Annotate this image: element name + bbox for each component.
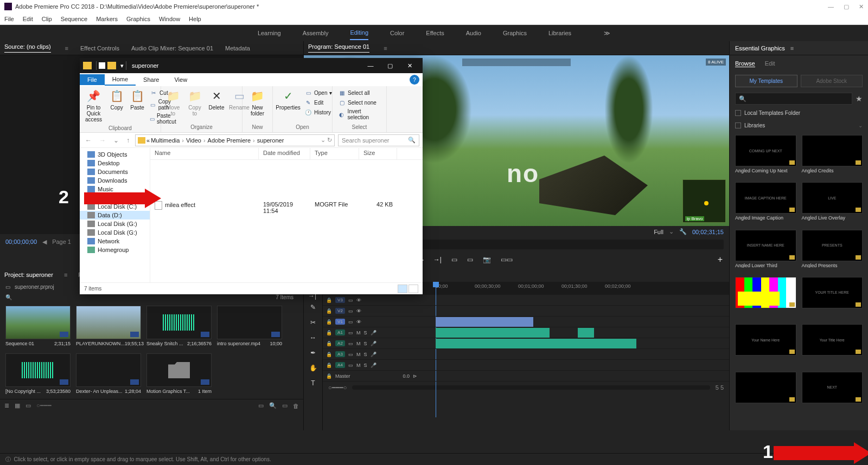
menu-file[interactable]: File — [4, 16, 14, 22]
bin-item[interactable]: [No Copyright ...3;53;23580 — [5, 353, 71, 396]
tab-effect-controls[interactable]: Effect Controls — [80, 45, 119, 51]
go-to-out-icon[interactable]: →| — [433, 256, 442, 263]
ws-libraries[interactable]: Libraries — [548, 27, 571, 40]
minimize-button[interactable]: — — [361, 58, 380, 73]
freeform-icon[interactable]: ▭ — [25, 402, 31, 409]
audio-clip[interactable] — [578, 328, 594, 338]
ws-color[interactable]: Color — [390, 27, 404, 40]
timeline-scrollbar[interactable] — [352, 385, 710, 390]
tab-audio-mixer[interactable]: Audio Clip Mixer: Sequence 01 — [131, 45, 213, 51]
ws-learning[interactable]: Learning — [258, 27, 281, 40]
video-clip[interactable] — [436, 317, 533, 327]
ribbon-home[interactable]: Home — [105, 74, 136, 86]
help-icon[interactable]: ? — [410, 75, 419, 85]
eg-search-input[interactable]: 🔍 — [735, 93, 852, 105]
ws-assembly[interactable]: Assembly — [303, 27, 329, 40]
close-button[interactable]: ✕ — [859, 3, 864, 10]
audio-clip[interactable] — [533, 328, 550, 338]
nav-item[interactable]: Desktop — [80, 159, 150, 167]
maximize-button[interactable]: ▢ — [844, 3, 849, 10]
menu-graphics[interactable]: Graphics — [126, 16, 150, 22]
template-item[interactable]: Angled Credits — [802, 135, 863, 179]
panel-menu-icon[interactable]: ≡ — [64, 272, 67, 278]
export-frame-icon[interactable]: 📷 — [483, 256, 491, 263]
eg-title[interactable]: Essential Graphics — [735, 45, 785, 51]
template-item[interactable]: COMING UP NEXTAngled Coming Up Next — [735, 135, 796, 179]
open-button[interactable]: ▭Open ▾ — [303, 88, 333, 97]
rename-button[interactable]: ▭Rename — [228, 87, 250, 112]
hand-icon[interactable]: ✋ — [308, 363, 318, 373]
properties-button[interactable]: ✓Properties — [275, 87, 301, 112]
trash-icon[interactable]: 🗑 — [293, 403, 299, 409]
wrench-icon[interactable]: 🔧 — [679, 228, 687, 235]
address-bar[interactable]: « Multimedia› Video› Adobe Premiere› sup… — [135, 134, 335, 146]
ws-overflow[interactable]: ≫ — [604, 30, 610, 37]
tab-project[interactable]: Project: superoner — [4, 272, 53, 278]
template-item[interactable]: IMAGE CAPTION HEREAngled Image Caption — [735, 182, 796, 226]
favorite-icon[interactable]: ★ — [856, 94, 863, 103]
nav-item[interactable]: Network — [80, 237, 150, 246]
ws-effects[interactable]: Effects — [426, 27, 444, 40]
ripple-edit-icon[interactable]: ✎ — [308, 302, 318, 312]
details-view-icon[interactable] — [398, 285, 407, 293]
template-item[interactable]: PRESENTSAngled Presents — [802, 230, 863, 274]
forward-button[interactable]: → — [97, 137, 108, 144]
back-button[interactable]: ← — [83, 137, 94, 144]
select-none-button[interactable]: ▢Select none — [337, 98, 384, 107]
menu-clip[interactable]: Clip — [42, 16, 52, 22]
pill-my-templates[interactable]: My Templates — [735, 75, 797, 87]
template-item[interactable]: INSERT NAME HEREAngled Lower Third — [735, 230, 796, 274]
menu-sequence[interactable]: Sequence — [61, 16, 88, 22]
panel-menu-icon[interactable]: ≡ — [65, 45, 68, 51]
nav-item[interactable]: Local Disk (G:) — [80, 219, 150, 228]
bin-item[interactable]: Sequence 012;31;15 — [5, 306, 71, 348]
tab-source[interactable]: Source: (no clips) — [4, 43, 51, 53]
close-button[interactable]: ✕ — [400, 58, 419, 73]
invert-selection-button[interactable]: ◐Invert selection — [337, 108, 384, 121]
extract-icon[interactable]: ▭ — [467, 256, 473, 263]
select-all-button[interactable]: ▦Select all — [337, 88, 384, 97]
menu-help[interactable]: Help — [189, 16, 201, 22]
nav-item[interactable]: Data (D:) — [80, 211, 150, 219]
filter-icon[interactable]: 🔍 — [5, 294, 12, 300]
list-view-icon[interactable]: ≣ — [4, 402, 9, 409]
comparison-icon[interactable]: ▭▭ — [501, 256, 513, 263]
pill-adobe-stock[interactable]: Adobe Stock — [801, 75, 863, 87]
bin-item[interactable]: PLAYERUNKNOWN...19;55;13 — [76, 306, 141, 348]
nav-item[interactable]: 3D Objects — [80, 150, 150, 159]
find-icon[interactable]: 🔍 — [269, 402, 277, 409]
paste-button[interactable]: 📋Paste — [128, 87, 146, 112]
ribbon-file[interactable]: File — [80, 74, 105, 85]
history-button[interactable]: 🕐History — [303, 108, 333, 117]
pin-quick-access[interactable]: 📌Pin to Quick access — [82, 87, 105, 124]
new-bin-icon[interactable]: ▭ — [258, 402, 264, 409]
bin-item[interactable]: Dexter- An Unpleas...1;28;04 — [76, 353, 141, 396]
bin-item[interactable]: Sneaky Snitch ...2;16;36576 — [146, 306, 212, 348]
eg-edit[interactable]: Edit — [765, 60, 775, 67]
new-item-icon[interactable]: ▭ — [282, 402, 288, 409]
col-date[interactable]: Date modified — [259, 148, 310, 159]
panel-menu-icon[interactable]: ≡ — [384, 45, 387, 51]
ribbon-view[interactable]: View — [167, 74, 195, 85]
bin-item[interactable]: Motion Graphics T...1 Item — [146, 353, 212, 396]
menu-edit[interactable]: Edit — [23, 16, 33, 22]
edit-button[interactable]: ✎Edit — [303, 98, 333, 107]
type-icon[interactable]: T — [308, 378, 318, 388]
minimize-button[interactable]: — — [828, 3, 834, 10]
up-button[interactable]: ↑ — [124, 137, 132, 144]
large-icons-icon[interactable] — [409, 285, 418, 293]
recent-button[interactable]: ⌄ — [111, 137, 121, 144]
menu-markers[interactable]: Markers — [96, 16, 118, 22]
ws-graphics[interactable]: Graphics — [503, 27, 527, 40]
check-local[interactable] — [735, 110, 741, 116]
lift-icon[interactable]: ▭ — [451, 256, 457, 263]
ribbon-share[interactable]: Share — [136, 74, 167, 85]
tab-metadata[interactable]: Metadata — [225, 45, 250, 51]
icon-view-icon[interactable]: ▦ — [15, 402, 20, 409]
copy-button[interactable]: 📋Copy — [107, 87, 126, 112]
maximize-button[interactable]: ▢ — [380, 58, 400, 73]
add-button-icon[interactable]: + — [718, 255, 723, 264]
zoom-fit[interactable]: Full — [654, 229, 663, 235]
file-row[interactable]: milea effect 19/05/2019 11:54 MOGRT File… — [150, 198, 423, 217]
bin-item[interactable]: intro superoner.mp410;00 — [217, 306, 282, 348]
